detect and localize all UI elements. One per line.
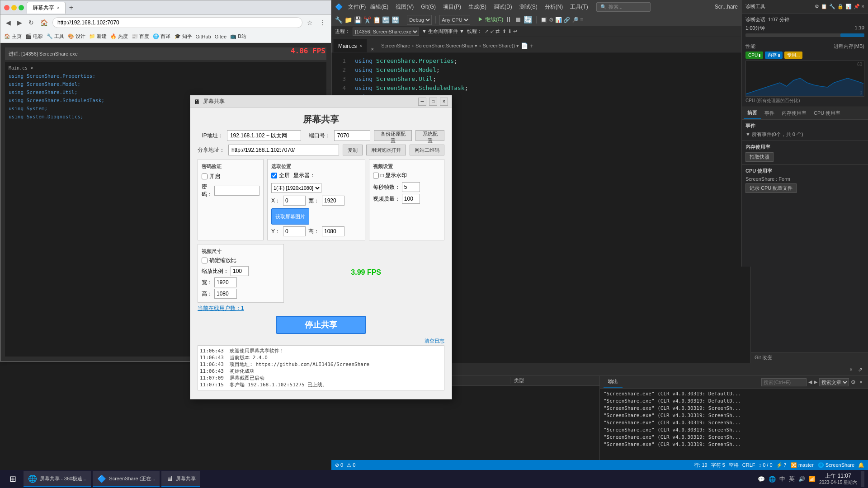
output-nav-prev[interactable]: ◀ xyxy=(808,379,812,385)
status-spaces[interactable]: 空格 xyxy=(729,462,739,469)
fix-ratio-checkbox[interactable] xyxy=(202,258,208,263)
output-search-input[interactable] xyxy=(761,378,807,386)
vscode-menu-tools[interactable]: 工具(T) xyxy=(567,3,590,11)
tray-wifi-icon[interactable]: 📶 xyxy=(809,476,816,482)
bookmark-tool[interactable]: 🔧 工具 xyxy=(47,33,64,40)
refresh-screen-btn[interactable]: 获取屏幕图片 xyxy=(271,208,309,225)
bookmark-bilibili[interactable]: 📺 B站 xyxy=(230,33,246,40)
status-errors[interactable]: ⊘ 0 xyxy=(335,462,343,468)
memory-snapshot-btn[interactable]: 拍取快照 xyxy=(745,152,774,162)
tray-volume-icon[interactable]: 🔊 xyxy=(798,476,805,482)
tab-main-cs-close[interactable]: × xyxy=(359,43,362,48)
bookmark-zhihu[interactable]: 🎓 知乎 xyxy=(175,33,192,40)
bookmark-trans[interactable]: 🌐 百译 xyxy=(153,33,170,40)
start-btn[interactable]: ⊞ xyxy=(4,471,22,487)
tab-main-cs[interactable]: Main.cs × xyxy=(333,39,367,52)
status-warnings[interactable]: ⚠ 0 xyxy=(347,462,355,468)
bookmark-github[interactable]: GitHub xyxy=(196,34,211,39)
online-users-link[interactable]: 当前在线用户数：1 xyxy=(198,305,244,311)
taskbar-clock[interactable]: 上午 11:07 2023-04-15 星期六 xyxy=(819,473,857,486)
auth-enable-label[interactable]: 开启 xyxy=(202,173,259,180)
y-input[interactable] xyxy=(283,226,306,236)
bookmark-movie[interactable]: 🎬 电影 xyxy=(25,33,43,40)
vscode-menu-analyze[interactable]: 分析(N) xyxy=(542,3,566,11)
output-close[interactable]: × xyxy=(858,379,864,385)
new-tab-btn[interactable]: + xyxy=(67,4,75,12)
diag-tab-memory[interactable]: 内存使用率 xyxy=(778,108,810,118)
share-url-input[interactable] xyxy=(228,145,339,155)
diag-icon-5[interactable]: 📊 xyxy=(845,4,852,9)
cpu-selector[interactable]: Any CPU xyxy=(439,15,470,25)
watermark-label[interactable]: □ 显示水印 xyxy=(373,172,440,179)
vscode-menu-file[interactable]: 文件(F) xyxy=(348,3,366,11)
watermark-checkbox[interactable] xyxy=(373,173,379,178)
bookmark-home[interactable]: 🏠 主页 xyxy=(4,33,22,40)
fix-ratio-label[interactable]: 确定缩放比 xyxy=(202,257,280,264)
system-btn[interactable]: 系统配置 xyxy=(415,130,444,141)
bookmark-baidu[interactable]: 📰 百度 xyxy=(132,33,149,40)
dialog-close-btn[interactable]: × xyxy=(440,98,448,106)
video-height-input[interactable] xyxy=(214,289,237,299)
browser-open-btn[interactable]: 用浏览器打开 xyxy=(366,145,406,155)
quality-input[interactable] xyxy=(402,194,420,204)
home-btn[interactable]: 🏠 xyxy=(38,18,50,27)
width-input[interactable] xyxy=(322,196,344,206)
dialog-min-btn[interactable]: ─ xyxy=(418,98,426,106)
bookmark-design[interactable]: 🎨 设计 xyxy=(68,33,85,40)
diag-close-icon[interactable]: × xyxy=(862,4,864,9)
debug-config-selector[interactable]: Debug xyxy=(407,15,432,25)
bookmark-hot[interactable]: 🔥 热度 xyxy=(110,33,128,40)
play-continue-btn[interactable]: ▶ 继续(C) xyxy=(478,16,503,23)
output-nav-next[interactable]: ▶ xyxy=(814,379,817,385)
diag-icon-4[interactable]: 🔒 xyxy=(837,4,844,9)
config-btn[interactable]: 备份还原配置 xyxy=(374,130,412,141)
dialog-max-btn[interactable]: □ xyxy=(429,98,437,106)
status-bell[interactable]: 🔔 xyxy=(858,462,864,468)
diag-icon-3[interactable]: 🔧 xyxy=(829,4,835,9)
bookmark-gitee[interactable]: Gitee xyxy=(215,34,226,39)
bottom-panel-close[interactable]: × xyxy=(848,366,854,373)
output-settings-icon[interactable]: ⚙ xyxy=(851,379,856,385)
tray-network-icon[interactable]: 🌐 xyxy=(769,476,776,483)
taskbar-item-screenshare[interactable]: 🖥 屏幕共享 xyxy=(161,471,200,487)
vscode-search-box[interactable]: 🔍 搜索... xyxy=(596,2,651,12)
breadcrumb-method[interactable]: ScreenShare() ▾ xyxy=(483,43,519,49)
ip-input[interactable] xyxy=(227,130,301,141)
log-textarea[interactable]: 11:06:43 欢迎使用屏幕共享软件！ 11:06:43 当前版本 2.4.0… xyxy=(198,345,444,390)
event-dropdown[interactable]: ▼ 生命周期事件 ▼ xyxy=(422,28,464,35)
port-input[interactable] xyxy=(334,130,370,141)
tray-ime-cn[interactable]: 中 xyxy=(779,475,785,483)
editor-icon-1[interactable]: 📄 xyxy=(521,42,528,49)
tab-close-icon[interactable]: × xyxy=(367,46,377,52)
display-selector[interactable]: 1(主) [868x488] xyxy=(271,183,321,193)
show-desktop-btn[interactable] xyxy=(861,471,864,487)
diag-tab-events[interactable]: 事件 xyxy=(761,108,778,118)
cpu-config-btn[interactable]: 记录 CPU 配置文件 xyxy=(745,183,797,193)
bookmark-btn[interactable]: ☆ xyxy=(305,18,315,27)
back-btn[interactable]: ◀ xyxy=(4,18,13,27)
diag-pin-icon[interactable]: 📌 xyxy=(854,4,860,9)
vscode-menu-project[interactable]: 项目(P) xyxy=(440,3,464,11)
menu-btn[interactable]: ⋮ xyxy=(317,18,327,27)
stop-share-btn[interactable]: 停止共享 xyxy=(276,316,366,334)
browser-tab-active[interactable]: 屏幕共享 × xyxy=(27,2,66,14)
tab-output[interactable]: 输出 xyxy=(604,376,623,388)
taskbar-item-vscode[interactable]: 🔷 ScreenShare (正在... xyxy=(93,471,160,487)
address-bar[interactable] xyxy=(52,17,302,28)
fps-input[interactable] xyxy=(402,182,420,192)
all-screen-checkbox[interactable] xyxy=(271,173,277,178)
editor-icon-2[interactable]: + xyxy=(530,42,533,49)
diag-tab-summary[interactable]: 摘要 xyxy=(744,108,761,119)
output-source-selector[interactable]: 搜索文章 xyxy=(819,378,849,386)
qr-btn[interactable]: 网站二维码 xyxy=(410,145,444,155)
browser-min-btn[interactable] xyxy=(11,5,17,10)
auth-enable-checkbox[interactable] xyxy=(202,174,208,179)
vscode-menu-edit[interactable]: 编辑(E) xyxy=(368,3,391,11)
forward-btn[interactable]: ▶ xyxy=(15,18,24,27)
browser-close-btn[interactable] xyxy=(4,5,9,10)
height-input[interactable] xyxy=(322,226,344,236)
all-screen-label[interactable]: 全屏 xyxy=(271,172,290,179)
pwd-input[interactable] xyxy=(214,186,259,196)
tray-chat-icon[interactable]: 💬 xyxy=(758,476,765,483)
diag-tab-cpu[interactable]: CPU 使用率 xyxy=(810,108,844,118)
